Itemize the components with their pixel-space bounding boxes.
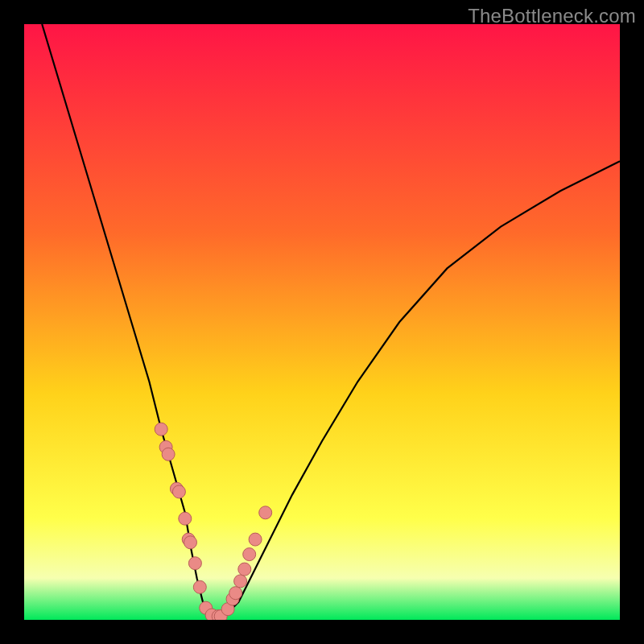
sample-dot xyxy=(162,448,175,460)
sample-dot xyxy=(229,587,242,600)
sample-dot xyxy=(172,485,185,498)
sample-dot xyxy=(243,548,256,561)
sample-dot xyxy=(234,575,247,588)
sample-dot xyxy=(238,563,251,576)
plot-background xyxy=(24,24,620,620)
watermark-text: TheBottleneck.com xyxy=(468,5,636,27)
chart-frame xyxy=(24,24,620,620)
sample-dot xyxy=(193,580,206,593)
sample-dot xyxy=(259,506,272,519)
sample-dot xyxy=(179,512,192,525)
bottleneck-curve-chart xyxy=(24,24,620,620)
sample-dot xyxy=(249,533,262,546)
sample-dot xyxy=(188,557,201,570)
sample-dot xyxy=(184,536,197,549)
sample-dot xyxy=(155,423,167,436)
